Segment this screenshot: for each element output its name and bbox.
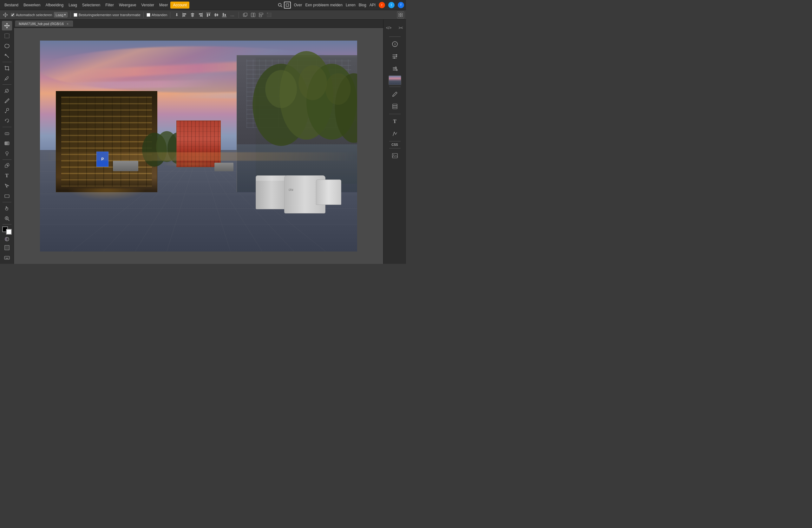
grid-view-button[interactable] [397,11,404,18]
shape-tool[interactable] [2,191,12,201]
align-download-icon[interactable]: ⬇ [173,11,180,18]
link-blog[interactable]: Blog [359,3,366,7]
separator-4 [238,12,239,18]
separator-2 [143,12,144,18]
dodge-tool[interactable] [2,149,12,158]
background-color[interactable] [6,229,12,235]
brush-settings-icon[interactable] [389,88,401,100]
menu-afbeelding[interactable]: Afbeelding [43,2,66,9]
menu-bewerken[interactable]: Bewerken [21,2,43,9]
svg-rect-22 [244,13,247,16]
arrange-4-icon[interactable]: ⬛ [265,11,273,18]
svg-rect-46 [5,195,9,197]
transform-option[interactable]: Besturingselementen voor transformatie [74,13,141,17]
tab-close-button[interactable]: × [66,22,70,26]
document-tab[interactable]: MAWI7186_hdr.psd (RGB/16 × [15,20,73,27]
svg-rect-42 [5,142,9,145]
history-brush-tool[interactable] [2,116,12,126]
text-tool[interactable]: T [2,171,12,180]
layers-panel-icon[interactable] [389,101,401,112]
right-code-icon[interactable]: >< [395,22,406,34]
eyedropper-tool[interactable] [2,74,12,83]
fullscreen-button[interactable] [284,2,291,9]
auto-select-option[interactable]: Automatisch selecteren [11,13,52,17]
align-vmid-icon[interactable] [213,11,220,18]
panel-thumbnail[interactable] [389,75,401,85]
arrange-1-icon[interactable] [242,11,249,18]
menu-bestand[interactable]: Bestand [2,2,21,9]
auto-select-checkbox[interactable] [11,13,15,17]
tool-sep-3 [2,127,11,127]
horizon-glow [40,152,357,161]
path-panel-icon[interactable] [389,128,401,140]
eraser-tool[interactable] [2,129,12,138]
arrange-3-icon[interactable] [258,11,264,18]
svg-point-92 [396,54,397,56]
menu-venster[interactable]: Venster [139,2,157,9]
magic-wand-tool[interactable] [2,51,12,61]
menu-meer[interactable]: Meer [157,2,170,9]
menu-weergave[interactable]: Weergave [116,2,139,9]
menu-selecteren[interactable]: Selecteren [79,2,103,9]
svg-rect-18 [223,13,224,16]
left-code-icon[interactable]: </> [383,22,395,34]
align-center-icon[interactable] [189,11,196,18]
distances-option[interactable]: Afstanden [147,13,168,17]
path-select-tool[interactable] [2,181,12,191]
right-links: Over Een probleem melden Leren Blog API … [294,2,404,8]
rp-sep-5 [389,148,401,148]
screen-mode-tool[interactable] [2,243,12,252]
link-api[interactable]: API [369,3,376,7]
image-panel-icon[interactable] [389,150,401,161]
link-probleem[interactable]: Een probleem melden [305,3,343,7]
css-label[interactable]: CSS [391,143,398,147]
search-button[interactable] [276,1,284,9]
align-bottom-icon[interactable] [221,11,228,18]
info-panel-icon[interactable]: i [389,38,401,50]
pen-tool[interactable] [2,161,12,171]
canvas-viewport[interactable]: P [14,28,383,264]
separator-3 [170,12,170,18]
transform-checkbox[interactable] [74,13,77,17]
marquee-tool[interactable] [2,31,12,41]
quick-mask-icon[interactable] [4,236,10,242]
align-top-icon[interactable] [205,11,212,18]
align-right-icon[interactable] [197,11,204,18]
twitter-icon[interactable]: t [388,2,395,8]
lasso-tool[interactable] [2,41,12,51]
link-over[interactable]: Over [294,3,302,7]
align-left-icon[interactable] [181,11,188,18]
facebook-icon[interactable]: f [398,2,404,8]
svg-point-44 [6,151,8,154]
arrange-2-icon[interactable] [250,11,257,18]
gradient-tool[interactable] [2,138,12,148]
svg-rect-54 [5,246,9,249]
clone-stamp-tool[interactable] [2,106,12,116]
menu-bar: Bestand Bewerken Afbeelding Laag Selecte… [0,0,406,10]
link-leren[interactable]: Leren [346,3,356,7]
main-area: T [0,20,406,264]
brush-tool[interactable] [2,96,12,106]
adjustments-panel-icon[interactable] [389,63,401,74]
reddit-icon[interactable]: r [379,2,385,8]
distances-checkbox[interactable] [147,13,150,17]
move-tool[interactable] [2,21,12,30]
menu-account[interactable]: Account [170,2,189,9]
menu-laag[interactable]: Laag [66,2,79,9]
text-panel-icon[interactable]: T [389,116,401,127]
properties-panel-icon[interactable] [389,51,401,62]
zoom-tool[interactable] [2,214,12,223]
svg-point-33 [8,57,9,58]
photo-city-scene: P [40,41,357,251]
keyboard-tool[interactable] [2,253,12,263]
svg-rect-28 [401,13,403,15]
spot-healing-tool[interactable] [2,86,12,96]
left-toolbar: T [0,20,14,264]
rp-sep-3 [389,114,401,114]
layer-dropdown[interactable]: Laag ▾ [54,12,67,17]
distribute-icon[interactable]: … [229,11,236,18]
tool-sep-5 [2,202,11,202]
menu-filter[interactable]: Filter [103,2,116,9]
crop-tool[interactable] [2,63,12,73]
hand-tool[interactable] [2,204,12,213]
